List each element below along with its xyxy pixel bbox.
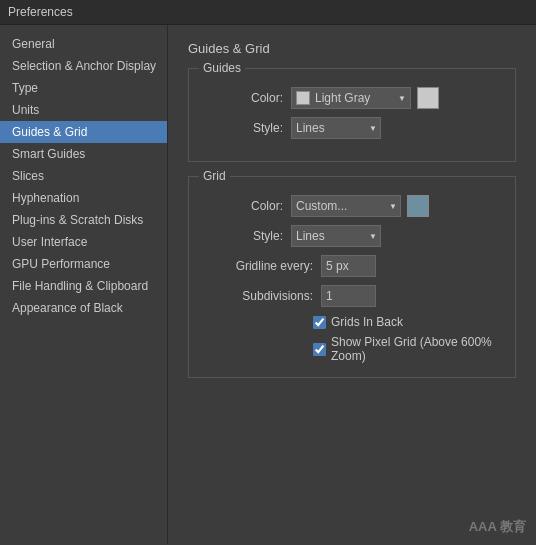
sidebar-item-slices[interactable]: Slices [0,165,167,187]
content-area: Guides & Grid Guides Color: Light Gray ▼… [168,25,536,544]
gridline-row: Gridline every: [203,255,501,277]
guides-group-label: Guides [199,61,245,75]
grid-color-label: Color: [203,199,283,213]
guides-color-dropdown-wrapper: Light Gray ▼ [291,87,439,109]
sidebar-item-user-interface[interactable]: User Interface [0,231,167,253]
grid-color-dropdown-wrapper: Custom... Light Gray Black White [291,195,429,217]
sidebar-item-gpu-performance[interactable]: GPU Performance [0,253,167,275]
sidebar-item-appearance-of-black[interactable]: Appearance of Black [0,297,167,319]
sidebar-item-type[interactable]: Type [0,77,167,99]
sidebar-item-general[interactable]: General [0,33,167,55]
grid-color-swatch[interactable] [407,195,429,217]
grid-style-row: Style: Lines Dashed Lines Dots [203,225,501,247]
show-pixel-grid-checkbox[interactable] [313,343,326,356]
grid-style-select-wrapper: Lines Dashed Lines Dots [291,225,381,247]
subdivisions-row: Subdivisions: [203,285,501,307]
guides-style-label: Style: [203,121,283,135]
guides-style-select-wrapper: Lines Dashed Lines [291,117,381,139]
grid-group-label: Grid [199,169,230,183]
sidebar-item-smart-guides[interactable]: Smart Guides [0,143,167,165]
title-text: Preferences [8,5,73,19]
subdivisions-input[interactable] [321,285,376,307]
gridline-input[interactable] [321,255,376,277]
guides-color-preview [296,91,310,105]
show-pixel-grid-label: Show Pixel Grid (Above 600% Zoom) [331,335,501,363]
show-pixel-grid-row: Show Pixel Grid (Above 600% Zoom) [203,335,501,363]
grid-style-select[interactable]: Lines Dashed Lines Dots [291,225,381,247]
guides-color-label: Color: [203,91,283,105]
main-container: General Selection & Anchor Display Type … [0,25,536,544]
guides-style-row: Style: Lines Dashed Lines [203,117,501,139]
sidebar-item-units[interactable]: Units [0,99,167,121]
title-bar: Preferences [0,0,536,25]
guides-color-swatch[interactable] [417,87,439,109]
grids-in-back-label: Grids In Back [331,315,403,329]
grid-color-select-wrapper: Custom... Light Gray Black White [291,195,401,217]
sidebar-item-file-handling-clipboard[interactable]: File Handling & Clipboard [0,275,167,297]
guides-style-select[interactable]: Lines Dashed Lines [291,117,381,139]
sidebar-item-selection-anchor-display[interactable]: Selection & Anchor Display [0,55,167,77]
page-title: Guides & Grid [188,41,516,56]
grid-color-row: Color: Custom... Light Gray Black White [203,195,501,217]
subdivisions-label: Subdivisions: [203,289,313,303]
grid-group: Grid Color: Custom... Light Gray Black W… [188,176,516,378]
guides-group: Guides Color: Light Gray ▼ Style: Lines [188,68,516,162]
grids-in-back-checkbox[interactable] [313,316,326,329]
guides-color-select[interactable]: Light Gray ▼ [291,87,411,109]
sidebar-item-guides-grid[interactable]: Guides & Grid [0,121,167,143]
watermark: AAA 教育 [469,518,526,536]
gridline-label: Gridline every: [203,259,313,273]
grid-color-select[interactable]: Custom... Light Gray Black White [291,195,401,217]
sidebar-item-hyphenation[interactable]: Hyphenation [0,187,167,209]
guides-color-value: Light Gray [315,91,398,105]
grids-in-back-row: Grids In Back [203,315,501,329]
guides-color-row: Color: Light Gray ▼ [203,87,501,109]
guides-color-arrow-icon: ▼ [398,94,406,103]
grid-style-label: Style: [203,229,283,243]
sidebar-item-plugins-scratch-disks[interactable]: Plug-ins & Scratch Disks [0,209,167,231]
sidebar: General Selection & Anchor Display Type … [0,25,168,544]
